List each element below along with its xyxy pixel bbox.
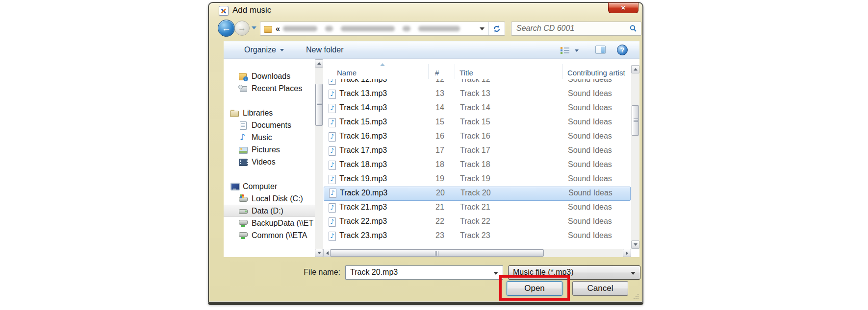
arrow-down-icon: [634, 243, 638, 246]
address-bar[interactable]: «: [260, 22, 505, 36]
sidebar-item-pictures[interactable]: Pictures: [224, 143, 315, 156]
list-scroll-right-button[interactable]: [623, 249, 631, 257]
sidebar-scroll-up-button[interactable]: [315, 59, 323, 68]
thumb-grip-icon: [317, 103, 322, 103]
music-file-icon: [328, 79, 336, 85]
list-scroll-down-button[interactable]: [631, 240, 639, 249]
new-folder-button[interactable]: New folder: [306, 42, 343, 58]
file-type-dropdown-icon[interactable]: [631, 272, 636, 275]
sidebar-item-label: Common (\\ETA: [252, 231, 307, 240]
sidebar-scrollbar[interactable]: [315, 59, 323, 257]
change-view-dropdown-icon[interactable]: [575, 49, 579, 52]
file-row-track-23-mp3[interactable]: Track 23.mp323Track 23Sound Ideas: [324, 229, 631, 243]
file-row-track-18-mp3[interactable]: Track 18.mp318Track 18Sound Ideas: [324, 158, 631, 172]
sidebar-item-local-disk-c[interactable]: Local Disk (C:): [224, 192, 315, 205]
track-number-cell: 15: [435, 118, 444, 126]
track-number-cell: 13: [435, 89, 444, 98]
sidebar-item-documents[interactable]: Documents: [224, 119, 315, 131]
breadcrumb-redacted-segment: [283, 26, 317, 31]
column-divider[interactable]: [455, 64, 455, 79]
list-vertical-scrollbar[interactable]: [631, 65, 639, 249]
column-header-name[interactable]: Name: [337, 69, 357, 77]
arrow-down-icon: [317, 252, 321, 254]
sidebar-item-computer[interactable]: Computer: [224, 180, 315, 192]
sidebar-item-music[interactable]: Music: [224, 131, 315, 143]
column-header-number[interactable]: #: [435, 69, 439, 77]
file-name-dropdown-icon[interactable]: [493, 272, 498, 275]
organize-button[interactable]: Organize: [244, 42, 284, 58]
artist-cell: Sound Ideas: [568, 79, 612, 84]
artist-cell: Sound Ideas: [568, 231, 612, 240]
list-horizontal-scrollbar[interactable]: [323, 249, 631, 257]
file-row-track-19-mp3[interactable]: Track 19.mp319Track 19Sound Ideas: [324, 172, 631, 187]
net-disk-icon: [238, 219, 248, 228]
column-divider[interactable]: [562, 64, 563, 79]
sidebar-item-videos[interactable]: Videos: [224, 156, 315, 168]
list-hscroll-thumb[interactable]: [330, 249, 544, 257]
list-scroll-up-button[interactable]: [631, 65, 639, 73]
search-input[interactable]: Search CD 6001: [511, 22, 641, 36]
list-scroll-thumb[interactable]: [632, 105, 639, 136]
close-button[interactable]: ×: [608, 2, 638, 13]
file-row-track-12-mp3[interactable]: Track 12.mp312Track 12Sound Ideas: [324, 79, 631, 87]
back-button[interactable]: ←: [218, 20, 235, 37]
sidebar-item-label: BackupData (\\ET: [252, 219, 313, 228]
title-cell: Track 19: [460, 174, 490, 183]
sidebar-scroll-thumb[interactable]: [315, 84, 323, 126]
column-header-artist[interactable]: Contributing artist: [567, 69, 631, 77]
cancel-button[interactable]: Cancel: [572, 281, 628, 296]
file-rows: Track 12.mp312Track 12Sound IdeasTrack 1…: [323, 79, 631, 249]
file-row-track-16-mp3[interactable]: Track 16.mp316Track 16Sound Ideas: [324, 130, 631, 144]
sidebar-item-common[interactable]: Common (\\ETA: [224, 229, 315, 241]
sidebar-item-label: Computer: [243, 182, 277, 191]
artist-cell: Sound Ideas: [568, 160, 612, 169]
file-type-select[interactable]: Music file (*.mp3): [508, 265, 640, 280]
file-name-cell: Track 14.mp3: [339, 103, 387, 112]
artist-cell: Sound Ideas: [568, 203, 612, 212]
refresh-button[interactable]: [489, 22, 505, 35]
sidebar-item-label: Videos: [252, 158, 276, 167]
file-name-cell: Track 18.mp3: [339, 160, 387, 169]
breadcrumb-redacted-segment: [341, 26, 395, 31]
refresh-icon: [493, 25, 501, 33]
organize-label: Organize: [244, 42, 276, 58]
forward-button[interactable]: →: [234, 21, 250, 36]
file-row-track-22-mp3[interactable]: Track 22.mp322Track 22Sound Ideas: [324, 215, 631, 229]
file-row-track-17-mp3[interactable]: Track 17.mp317Track 17Sound Ideas: [324, 144, 631, 158]
title-cell: Track 14: [460, 103, 490, 112]
arrow-right-icon: [626, 251, 628, 255]
preview-pane-icon[interactable]: [595, 46, 606, 54]
file-list: Name # Title Contributing artist Track 1…: [323, 59, 639, 257]
title-cell: Track 12: [460, 79, 490, 84]
sidebar-item-backupdata[interactable]: BackupData (\\ET: [224, 217, 315, 229]
resize-grip[interactable]: [633, 293, 638, 299]
breadcrumb-chevron[interactable]: «: [276, 24, 280, 33]
title-bar[interactable]: Add music ×: [209, 3, 642, 19]
address-dropdown-icon[interactable]: [480, 27, 485, 30]
music-file-icon: [328, 90, 336, 99]
recent-pages-dropdown-icon[interactable]: [252, 26, 256, 29]
file-row-track-20-mp3[interactable]: Track 20.mp320Track 20Sound Ideas: [324, 187, 631, 201]
search-icon[interactable]: [629, 24, 637, 32]
sidebar-item-label: Downloads: [252, 72, 290, 81]
sidebar-item-recent-places[interactable]: Recent Places: [224, 82, 315, 95]
file-row-track-13-mp3[interactable]: Track 13.mp313Track 13Sound Ideas: [324, 87, 631, 101]
sidebar-item-libraries[interactable]: Libraries: [224, 107, 315, 119]
column-divider[interactable]: [428, 64, 429, 79]
open-button[interactable]: Open: [507, 281, 562, 296]
sidebar-item-data-d[interactable]: Data (D:): [224, 205, 315, 217]
sidebar-section-gap: [224, 168, 315, 180]
track-number-cell: 19: [435, 174, 444, 183]
note-icon: [238, 133, 248, 142]
column-header-title[interactable]: Title: [460, 69, 473, 77]
music-file-icon: [328, 217, 336, 227]
file-row-track-15-mp3[interactable]: Track 15.mp315Track 15Sound Ideas: [324, 116, 631, 130]
change-view-icon[interactable]: [560, 47, 570, 54]
title-cell: Track 23: [460, 231, 490, 240]
file-row-track-14-mp3[interactable]: Track 14.mp314Track 14Sound Ideas: [324, 101, 631, 116]
file-name-input[interactable]: Track 20.mp3: [345, 265, 503, 280]
sidebar-item-downloads[interactable]: Downloads: [224, 70, 315, 82]
file-row-track-21-mp3[interactable]: Track 21.mp321Track 21Sound Ideas: [324, 201, 631, 215]
sidebar-scroll-down-button[interactable]: [315, 249, 323, 257]
help-icon[interactable]: ?: [617, 45, 628, 55]
